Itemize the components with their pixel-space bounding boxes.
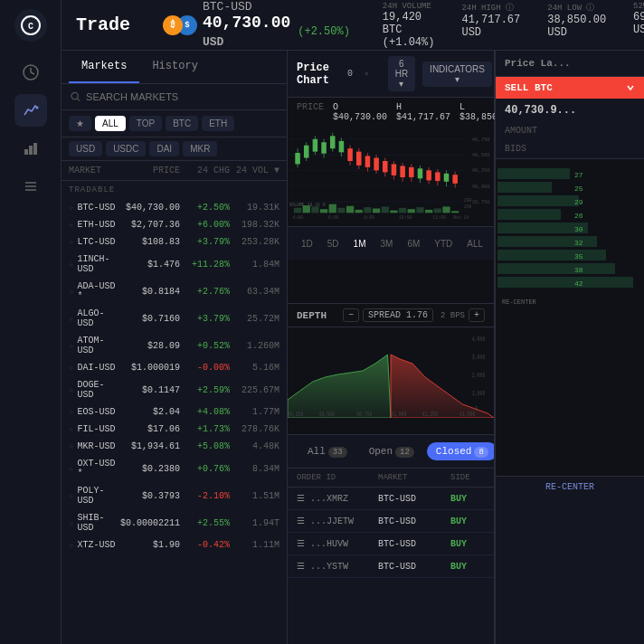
svg-rect-69 xyxy=(365,156,371,166)
star-icon[interactable]: ☆ xyxy=(69,441,73,451)
star-icon[interactable]: ☆ xyxy=(69,203,73,213)
star-icon[interactable]: ☆ xyxy=(69,363,73,373)
sidebar-icon-list[interactable] xyxy=(14,170,47,203)
market-row[interactable]: ☆ ALGO-USD $0.7160 +3.79% 25.72M xyxy=(62,305,287,332)
orders-col-headers: ORDER IDMARKETSIDETYPESTATUSLIMIT PRICET… xyxy=(288,469,494,488)
star-icon[interactable]: ☆ xyxy=(69,518,73,528)
orders-row[interactable]: ☰ ...YSTW BTC-USD BUY TWAP FILLED 41,000… xyxy=(288,555,494,578)
filter-button-2[interactable]: USDC xyxy=(106,141,146,156)
timeframe-button[interactable]: 6 HR ▾ xyxy=(388,56,415,91)
search-input[interactable] xyxy=(86,91,278,102)
chart-toolbar: Price Chart 0 ▾ 6 HR ▾ INDICATORS ▾ xyxy=(288,51,494,98)
market-section-label: TRADABLE xyxy=(62,181,287,199)
filter-button-2[interactable]: DAI xyxy=(149,141,179,156)
orders-tab-open[interactable]: Open12 xyxy=(360,442,423,460)
star-icon[interactable]: ☆ xyxy=(69,424,73,434)
sidebar-icon-chart[interactable] xyxy=(14,94,47,127)
market-name: ☆ SHIB-USD xyxy=(69,513,117,533)
market-change: +2.76% xyxy=(180,287,230,297)
sidebar-icon-bar[interactable] xyxy=(14,132,47,165)
svg-rect-71 xyxy=(374,158,379,171)
order-side: BUY xyxy=(450,562,494,572)
filter-button[interactable]: ALL xyxy=(95,116,126,131)
svg-text:4:00: 4:00 xyxy=(293,215,304,220)
spread-value: SPREAD 1.76 xyxy=(363,308,433,322)
tab-markets[interactable]: Markets xyxy=(69,51,139,83)
star-icon[interactable]: ☆ xyxy=(69,540,73,550)
market-row[interactable]: ☆ XTZ-USD $1.90 -0.42% 1.11M xyxy=(62,536,287,554)
svg-text:RE-CENTER: RE-CENTER xyxy=(502,298,537,306)
market-change: +0.76% xyxy=(180,464,230,474)
market-change: +11.28% xyxy=(180,260,230,270)
svg-point-5 xyxy=(35,107,38,109)
svg-point-12 xyxy=(71,92,78,99)
logo[interactable]: C xyxy=(14,9,47,42)
market-volume: 1.84M xyxy=(230,260,279,270)
market-row[interactable]: ☆ MKR-USD $1,934.61 +5.08% 4.48K xyxy=(62,438,287,455)
sell-price: 40,730.9... xyxy=(496,99,644,122)
filter-button[interactable]: BTC xyxy=(166,116,198,131)
svg-text:3,000: 3,000 xyxy=(472,354,486,361)
market-name: ☆ DOGE-USD xyxy=(69,380,117,400)
market-name: ☆ ADA-USD * xyxy=(69,281,117,301)
tab-history[interactable]: History xyxy=(139,51,210,83)
market-row[interactable]: ☆ BTC-USD $40,730.00 +2.50% 19.31K xyxy=(62,199,287,216)
sell-button[interactable]: SELL BTC xyxy=(496,77,644,99)
star-icon[interactable]: ☆ xyxy=(69,220,73,230)
market-row[interactable]: ☆ LTC-USD $108.83 +3.79% 253.28K xyxy=(62,233,287,251)
time-button[interactable]: 6M xyxy=(402,237,424,251)
star-icon[interactable]: ☆ xyxy=(69,341,73,351)
market-row[interactable]: ☆ ATOM-USD $28.09 +0.52% 1.260M xyxy=(62,332,287,359)
filter-button[interactable]: ★ xyxy=(69,116,91,131)
star-icon[interactable]: ☆ xyxy=(69,314,73,324)
time-button[interactable]: 1M xyxy=(349,237,371,251)
indicators-button[interactable]: INDICATORS ▾ xyxy=(422,62,492,87)
market-row[interactable]: ☆ ADA-USD * $0.8184 +2.76% 63.34M xyxy=(62,278,287,305)
orders-tab-all[interactable]: All33 xyxy=(298,442,356,460)
star-icon[interactable]: ☆ xyxy=(69,491,73,501)
market-row[interactable]: ☆ POLY-USD $0.3793 -2.10% 1.51M xyxy=(62,482,287,509)
sidebar-icon-clock[interactable] xyxy=(14,56,47,89)
svg-line-4 xyxy=(31,72,34,74)
orders-row[interactable]: ☰ ...XMRZ BTC-USD BUY TWAP WORKING 40,00… xyxy=(288,488,494,510)
market-row[interactable]: ☆ SHIB-USD $0.00002211 +2.55% 1.94T xyxy=(62,509,287,536)
market-volume: 278.76K xyxy=(230,424,279,434)
market-row[interactable]: ☆ 1INCH-USD $1.476 +11.28% 1.84M xyxy=(62,251,287,278)
depth-spread: − SPREAD 1.76 2 BPS + xyxy=(343,308,485,322)
sell-icon xyxy=(626,83,635,92)
time-button[interactable]: 3M xyxy=(376,237,398,251)
recenter-button[interactable]: RE-CENTER xyxy=(496,476,644,497)
star-icon[interactable]: ☆ xyxy=(69,237,73,247)
market-row[interactable]: ☆ DOGE-USD $0.1147 +2.59% 225.67M xyxy=(62,376,287,403)
time-button[interactable]: ALL xyxy=(462,237,488,251)
market-row[interactable]: ☆ FIL-USD $17.06 +1.73% 278.76K xyxy=(62,421,287,438)
filter-button[interactable]: TOP xyxy=(129,116,162,131)
market-volume: 225.67M xyxy=(230,385,279,395)
svg-rect-65 xyxy=(347,148,353,161)
minus-btn[interactable]: − xyxy=(343,308,359,322)
time-button[interactable]: YTD xyxy=(430,237,457,251)
order-side: BUY xyxy=(450,539,494,549)
star-icon[interactable]: ☆ xyxy=(69,385,73,395)
filter-button[interactable]: ETH xyxy=(202,116,234,131)
depth-chart-area: 40,250 40,500 40,750 41,000 41,250 41,50… xyxy=(288,327,494,418)
time-button[interactable]: 1D xyxy=(297,237,317,251)
star-icon[interactable]: ☆ xyxy=(69,407,73,417)
star-icon[interactable]: ☆ xyxy=(69,287,73,297)
orders-row[interactable]: ☰ ...JJETW BTC-USD BUY LIMIT CANCELED 42… xyxy=(288,510,494,533)
market-price: $0.7160 xyxy=(117,314,180,324)
market-price: $0.2380 xyxy=(117,464,180,474)
time-button[interactable]: 5D xyxy=(323,237,344,251)
filter-button-2[interactable]: USD xyxy=(69,141,102,156)
market-row[interactable]: ☆ OXT-USD * $0.2380 +0.76% 8.34M xyxy=(62,455,287,482)
orders-row[interactable]: ☰ ...HUVW BTC-USD BUY TWAP FILLED 41,500… xyxy=(288,533,494,555)
star-icon[interactable]: ☆ xyxy=(69,464,73,474)
filter-button-2[interactable]: MKR xyxy=(183,141,217,156)
market-row[interactable]: ☆ DAI-USD $1.000019 -0.00% 5.16M xyxy=(62,359,287,376)
star-icon[interactable]: ☆ xyxy=(69,260,73,270)
svg-rect-121 xyxy=(497,250,606,260)
market-row[interactable]: ☆ ETH-USD $2,707.36 +6.00% 198.32K xyxy=(62,216,287,233)
plus-btn[interactable]: + xyxy=(469,308,485,322)
orders-tab-closed[interactable]: Closed8 xyxy=(427,442,494,460)
market-row[interactable]: ☆ EOS-USD $2.04 +4.08% 1.77M xyxy=(62,403,287,421)
